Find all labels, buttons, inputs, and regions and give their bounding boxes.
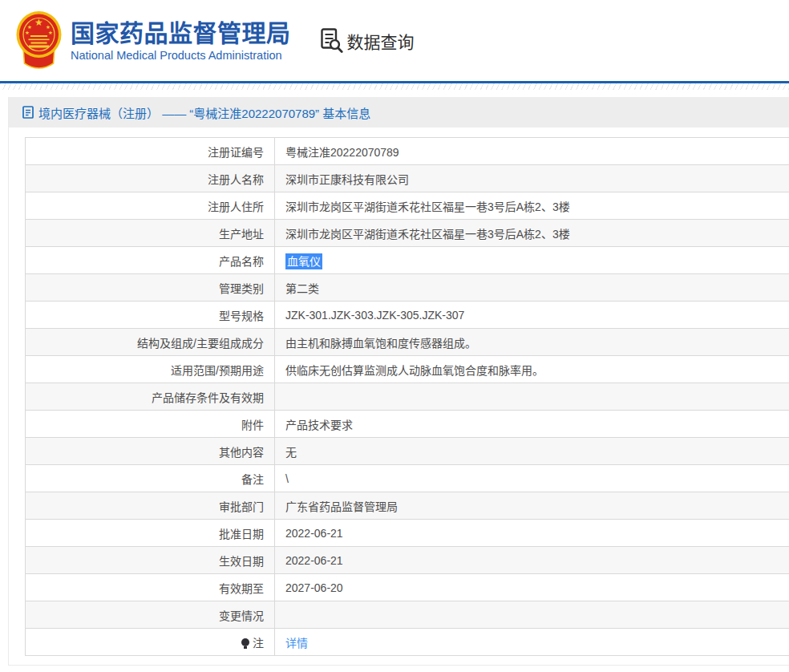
row-label: 管理类别 (26, 274, 275, 302)
row-value: 粤械注准20222070789 (275, 138, 789, 165)
row-label: 批准日期 (26, 520, 275, 547)
row-value: 深圳市龙岗区平湖街道禾花社区福星一巷3号后A栋2、3楼 (275, 220, 789, 247)
svg-text:★: ★ (25, 30, 30, 35)
row-label: 生效日期 (26, 547, 275, 574)
row-value: 2022-06-21 (275, 520, 789, 547)
row-label: 变更情况 (26, 601, 275, 629)
row-value: JZK-301.JZK-303.JZK-305.JZK-307 (275, 302, 789, 329)
table-row: 生效日期 2022-06-21 (26, 547, 789, 574)
doc-search-icon (321, 28, 343, 53)
table-row: 注册人住所 深圳市龙岗区平湖街道禾花社区福星一巷3号后A栋2、3楼 (26, 192, 789, 220)
detail-link[interactable]: 详情 (285, 637, 308, 650)
row-value: 广东省药品监督管理局 (275, 492, 789, 520)
svg-text:★: ★ (48, 30, 53, 35)
row-label: 附件 (26, 411, 275, 438)
table-row: 批准日期 2022-06-21 (26, 520, 789, 547)
table-row: 有效期至 2027-06-20 (26, 574, 789, 601)
document-icon (22, 106, 34, 119)
page-title: 境内医疗器械（注册） —— “粤械注准20222070789” 基本信息 (38, 104, 370, 121)
row-label: 注册人住所 (26, 192, 275, 220)
table-row: 审批部门 广东省药品监督管理局 (26, 492, 789, 520)
svg-text:★: ★ (27, 24, 32, 30)
table-row: 注册人名称 深圳市正康科技有限公司 (26, 165, 789, 192)
site-title-cn: 国家药品监督管理局 (71, 20, 291, 47)
svg-text:★: ★ (46, 24, 51, 30)
row-value: 2027-06-20 (275, 574, 789, 601)
table-row: 型号规格 JZK-301.JZK-303.JZK-305.JZK-307 (26, 302, 789, 329)
row-value: 无 (275, 438, 789, 465)
row-value: 血氧仪 (275, 247, 789, 274)
site-header: ★ ★ ★ ★ ★ 国家药品监督管理局 National Medical Pro… (0, 0, 789, 81)
hatch-decoration (0, 83, 789, 90)
row-label: 产品名称 (26, 247, 275, 274)
table-row: 适用范围/预期用途 供临床无创估算监测成人动脉血氧饱合度和脉率用。 (26, 356, 789, 383)
row-label: 生产地址 (26, 220, 275, 247)
row-value: 深圳市龙岗区平湖街道禾花社区福星一巷3号后A栋2、3楼 (275, 192, 789, 220)
row-value: 供临床无创估算监测成人动脉血氧饱合度和脉率用。 (275, 356, 789, 383)
breadcrumb: 境内医疗器械（注册） —— “粤械注准20222070789” 基本信息 (9, 97, 789, 128)
table-row: 注 详情 (26, 629, 789, 656)
table-row: 产品名称 血氧仪 (26, 247, 789, 274)
site-title-block: 国家药品监督管理局 National Medical Products Admi… (71, 20, 291, 62)
row-value: 详情 (275, 629, 789, 656)
content-panel: 境内医疗器械（注册） —— “粤械注准20222070789” 基本信息 注册证… (8, 97, 789, 666)
row-value: 深圳市正康科技有限公司 (275, 165, 789, 192)
row-label: 产品储存条件及有效期 (26, 383, 275, 411)
bulb-icon (241, 638, 250, 649)
row-label: 其他内容 (26, 438, 275, 465)
row-value (275, 383, 789, 411)
table-row: 变更情况 (26, 601, 789, 629)
table-row: 附件 产品技术要求 (26, 411, 789, 438)
row-label: 注册人名称 (26, 165, 275, 192)
row-label: 结构及组成/主要组成成分 (26, 329, 275, 356)
row-label: 备注 (26, 465, 275, 492)
row-label: 型号规格 (26, 302, 275, 329)
table-row: 产品储存条件及有效期 (26, 383, 789, 411)
row-value: \ (275, 465, 789, 492)
row-label: 适用范围/预期用途 (26, 356, 275, 383)
table-row: 其他内容 无 (26, 438, 789, 465)
row-value: 由主机和脉搏血氧饱和度传感器组成。 (275, 329, 789, 356)
nav-data-query-label: 数据查询 (347, 29, 415, 53)
row-label: 有效期至 (26, 574, 275, 601)
row-value: 2022-06-21 (275, 547, 789, 574)
nav-data-query[interactable]: 数据查询 (321, 28, 415, 53)
table-row: 结构及组成/主要组成成分 由主机和脉搏血氧饱和度传感器组成。 (26, 329, 789, 356)
svg-text:★: ★ (34, 16, 43, 27)
info-table-body: 注册证编号 粤械注准20222070789 注册人名称 深圳市正康科技有限公司 … (26, 138, 789, 656)
row-value: 第二类 (275, 274, 789, 302)
table-row: 注册证编号 粤械注准20222070789 (26, 138, 789, 165)
row-label: 注 (26, 629, 275, 656)
table-row: 生产地址 深圳市龙岗区平湖街道禾花社区福星一巷3号后A栋2、3楼 (26, 220, 789, 247)
site-title-en: National Medical Products Administration (71, 49, 291, 62)
national-emblem-icon[interactable]: ★ ★ ★ ★ ★ (16, 10, 62, 73)
registration-info-table: 注册证编号 粤械注准20222070789 注册人名称 深圳市正康科技有限公司 … (25, 137, 789, 656)
row-label: 注册证编号 (26, 138, 275, 165)
table-row: 备注 \ (26, 465, 789, 492)
row-label: 审批部门 (26, 492, 275, 520)
product-name-highlight: 血氧仪 (285, 253, 322, 269)
row-value: 产品技术要求 (275, 411, 789, 438)
table-row: 管理类别 第二类 (26, 274, 789, 302)
row-value (275, 601, 789, 629)
